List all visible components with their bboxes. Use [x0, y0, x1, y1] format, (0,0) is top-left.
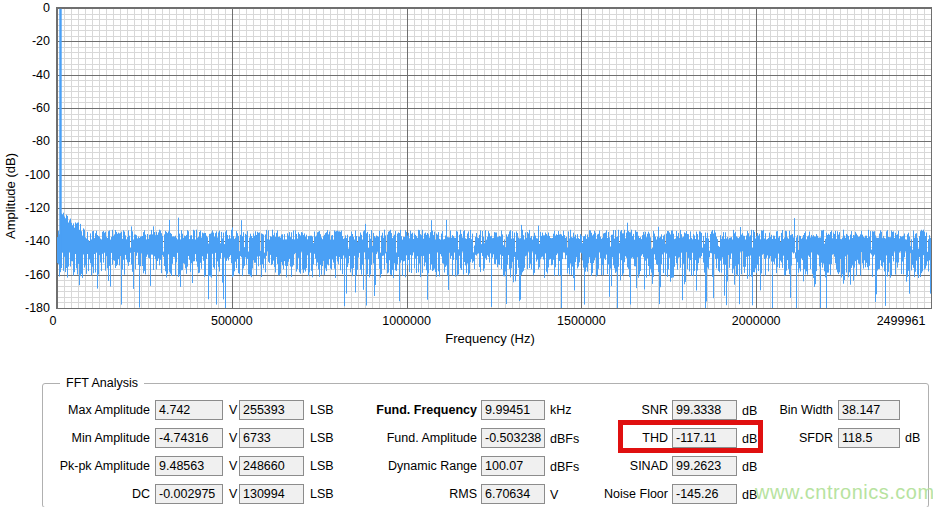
noise-floor-unit: dB — [742, 488, 757, 502]
pkpk-amplitude-v-unit: V — [229, 459, 237, 473]
min-amplitude-lsb-unit: LSB — [310, 431, 334, 445]
pkpk-amplitude-lsb-unit: LSB — [310, 459, 334, 473]
dc-lsb-unit: LSB — [310, 487, 334, 501]
max-amplitude-label: Max Amplitude — [42, 403, 150, 417]
snr-label: SNR — [556, 403, 668, 417]
bin-width-field[interactable]: 38.147 — [838, 400, 900, 420]
fund-amplitude-label: Fund. Amplitude — [340, 431, 477, 445]
fft-spectrum-chart: Amplitude (dB) Frequency (Hz) 0-20-40-60… — [0, 0, 933, 360]
max-amplitude-v-unit: V — [229, 403, 237, 417]
x-tick-label: 2000000 — [732, 314, 781, 328]
pkpk-amplitude-lsb-field[interactable]: 248660 — [239, 456, 304, 476]
x-tick-label: 1500000 — [557, 314, 606, 328]
y-tick-label: -100 — [0, 168, 50, 182]
fund-amplitude-field[interactable]: -0.503238 — [481, 428, 545, 448]
dc-label: DC — [42, 487, 150, 501]
spectrum-series — [57, 8, 931, 308]
pkpk-amplitude-label: Pk-pk Amplitude — [42, 459, 150, 473]
fund-frequency-label: Fund. Frequency — [340, 403, 477, 417]
y-tick-label: -160 — [0, 268, 50, 282]
y-tick-label: -20 — [0, 34, 50, 48]
fund-frequency-field[interactable]: 9.99451 — [481, 400, 545, 420]
sfdr-field[interactable]: 118.5 — [838, 428, 900, 448]
min-amplitude-lsb-field[interactable]: 6733 — [239, 428, 304, 448]
y-tick-label: -120 — [0, 201, 50, 215]
dynamic-range-label: Dynamic Range — [340, 459, 477, 473]
y-tick-label: -80 — [0, 134, 50, 148]
sfdr-unit: dB — [905, 431, 920, 445]
dc-lsb-field[interactable]: 130994 — [239, 484, 304, 504]
sinad-label: SINAD — [556, 459, 668, 473]
min-amplitude-v-field[interactable]: -4.74316 — [155, 428, 223, 448]
y-tick-label: 0 — [0, 1, 50, 15]
max-amplitude-lsb-field[interactable]: 255393 — [239, 400, 304, 420]
sinad-unit: dB — [742, 460, 757, 474]
min-amplitude-v-unit: V — [229, 431, 237, 445]
x-tick-label: 1000000 — [382, 314, 431, 328]
y-tick-label: -40 — [0, 68, 50, 82]
plot-area — [56, 7, 932, 309]
dc-v-unit: V — [229, 487, 237, 501]
y-tick-label: -180 — [0, 301, 50, 315]
noise-floor-label: Noise Floor — [556, 487, 668, 501]
x-tick-label: 500000 — [211, 314, 253, 328]
bin-width-label: Bin Width — [725, 403, 833, 417]
max-amplitude-v-field[interactable]: 4.742 — [155, 400, 223, 420]
rms-label: RMS — [340, 487, 477, 501]
dynamic-range-field[interactable]: 100.07 — [481, 456, 545, 476]
x-tick-label: 0 — [50, 314, 57, 328]
panel-title: FFT Analysis — [60, 376, 144, 390]
y-tick-label: -140 — [0, 234, 50, 248]
thd-highlight-box — [618, 420, 763, 453]
sinad-field[interactable]: 99.2623 — [672, 456, 737, 476]
x-axis-title: Frequency (Hz) — [445, 331, 535, 346]
pkpk-amplitude-v-field[interactable]: 9.48563 — [155, 456, 223, 476]
min-amplitude-label: Min Amplitude — [42, 431, 150, 445]
x-tick-label: 2499961 — [877, 314, 926, 328]
y-axis-title: Amplitude (dB) — [3, 153, 18, 239]
noise-floor-field[interactable]: -145.26 — [672, 484, 737, 504]
max-amplitude-lsb-unit: LSB — [310, 403, 334, 417]
dc-v-field[interactable]: -0.002975 — [155, 484, 223, 504]
rms-field[interactable]: 6.70634 — [481, 484, 545, 504]
y-tick-label: -60 — [0, 101, 50, 115]
